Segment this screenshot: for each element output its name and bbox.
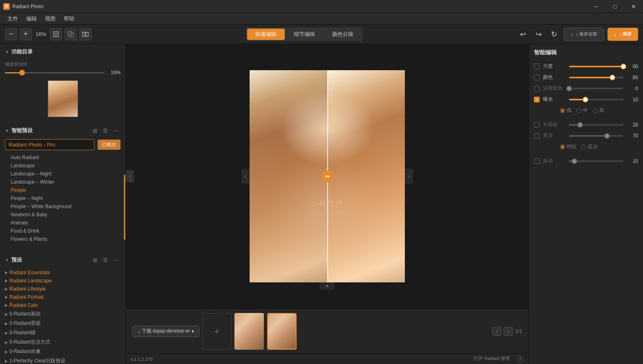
download-plugin-button[interactable]: ↓ 下载-topaz-denoise-er ▾ [132, 326, 199, 337]
radio-high[interactable]: 高 [593, 107, 604, 114]
zoom-in-button[interactable]: + [20, 28, 32, 40]
save-all-button[interactable]: ↓ ↓ 保存全部 [564, 28, 604, 41]
radio-contrast-dot [560, 144, 565, 149]
zoom-label: 缩放百分比 [5, 61, 121, 67]
compare-button[interactable] [79, 28, 92, 40]
preset-group-lifestyle[interactable]: ▶ Radiant Lifestyle [5, 285, 121, 293]
tab-quick-edit[interactable]: 快速编辑 [247, 29, 285, 40]
crop-button[interactable] [65, 28, 77, 40]
close-button[interactable]: ✕ [624, 0, 643, 13]
menu-file[interactable]: 文件 [3, 13, 22, 24]
preset-select[interactable]: Radiant Photo - Pro [5, 139, 94, 150]
refresh-button[interactable]: ↻ [548, 28, 560, 40]
add-photo-button[interactable]: + [203, 313, 231, 350]
film-next-button[interactable]: › [504, 327, 513, 336]
group-label: 1-Perfectly Clear旧版预设 [9, 357, 65, 364]
exposure-thumb[interactable] [583, 97, 588, 102]
preset-item-food[interactable]: Food & Drink [5, 227, 121, 235]
exposure-checkbox[interactable]: ✓ [534, 97, 540, 102]
preset-group-basic[interactable]: ▶ 0-Radiant基础 [5, 309, 121, 319]
skin-depth-thumb[interactable] [566, 86, 572, 91]
preset-group-clear[interactable]: ▶ 1-Perfectly Clear旧版预设 [5, 356, 121, 364]
view-fit-button[interactable] [50, 28, 62, 40]
vibration-checkbox[interactable] [534, 158, 540, 164]
save-all-label: ↓ 保存全部 [576, 31, 597, 37]
save-all-icon: ↓ [571, 31, 574, 37]
vibration-thumb[interactable] [572, 158, 577, 164]
preset-items-list: Auto Radiant Landscape Landscape – Night… [0, 152, 125, 245]
left-panel-toggle[interactable]: ‹ [241, 169, 250, 184]
glow-checkbox[interactable] [534, 122, 540, 128]
preset-item-newborn[interactable]: Newborn & Baby [5, 211, 121, 219]
film-item-2[interactable] [267, 313, 297, 350]
presets-more-icon[interactable]: ⋯ [112, 255, 121, 264]
exposure-value: 10 [627, 97, 638, 102]
depth-thumb[interactable] [604, 133, 610, 139]
minimize-button[interactable]: ─ [587, 0, 605, 13]
preset-item-landscape-night[interactable]: Landscape – Night [5, 170, 121, 178]
intensity-thumb[interactable] [621, 64, 626, 69]
checked-out-badge: 已检出 [98, 140, 121, 150]
preset-group-landscape2[interactable]: ▶ 0-Radiant景观 [5, 319, 121, 328]
preset-group-cat[interactable]: ▶ 0-Radiant猫 [5, 328, 121, 337]
radio-low[interactable]: 低 [560, 107, 572, 114]
preset-item-landscape[interactable]: Landscape [5, 162, 121, 170]
radiant-manage-link[interactable]: 打开 Radiant 管理 [474, 355, 510, 363]
undo-button[interactable]: ↩ [517, 28, 529, 40]
spacer-1 [534, 118, 638, 121]
zoom-slider[interactable] [5, 72, 104, 73]
color-track [569, 77, 623, 78]
preset-group-lifestyle2[interactable]: ▶ 0-Radiant生活方式 [5, 337, 121, 347]
view-list-icon[interactable]: ☰ [101, 126, 110, 135]
radio-mid[interactable]: 中 [576, 107, 588, 114]
zoom-out-button[interactable]: − [5, 28, 17, 40]
bottom-panel-toggle[interactable]: ▾ [320, 282, 335, 290]
redo-button[interactable]: ↪ [533, 28, 545, 40]
radio-define[interactable]: 定义 [581, 143, 598, 150]
presets-view-grid-icon[interactable]: ⊞ [90, 255, 99, 264]
intensity-checkbox[interactable] [534, 64, 540, 69]
vibration-track [569, 160, 623, 162]
help-button[interactable]: ? [516, 355, 524, 363]
preset-item-flowers[interactable]: Flowers & Plants [5, 235, 121, 243]
film-item-1[interactable] [234, 313, 264, 350]
tab-detail-edit[interactable]: 细节编辑 [286, 29, 323, 40]
preset-item-people-night[interactable]: People – Night [5, 194, 121, 202]
collapse-left-arrow[interactable]: ‹ [126, 170, 134, 182]
view-grid-icon[interactable]: ⊞ [90, 126, 99, 135]
group-label: Radiant Landscape [9, 278, 51, 284]
fit-view-icon [53, 31, 59, 38]
preset-item-people-white[interactable]: People – White Background [5, 202, 121, 211]
presets-view-list-icon[interactable]: ☰ [101, 255, 110, 264]
more-options-icon[interactable]: ⋯ [112, 126, 121, 135]
tab-color-grade[interactable]: 颜色分级 [324, 29, 362, 40]
menu-view[interactable]: 视图 [41, 13, 60, 24]
preset-item-auto[interactable]: Auto Radiant [5, 153, 121, 162]
preset-item-people[interactable]: People [5, 186, 121, 194]
menu-edit[interactable]: 编辑 [22, 13, 41, 24]
preset-group-essentials[interactable]: ▶ Radiant Essentials [5, 269, 121, 277]
center-area: ‹ ⇔ 小林软件 [126, 44, 529, 364]
toolbar-right: ↩ ↪ ↻ ↓ ↓ 保存全部 ↓ ↓ 保存 [517, 28, 638, 41]
depth-checkbox[interactable] [534, 133, 540, 139]
preset-item-animals[interactable]: Animals [5, 219, 121, 227]
slider-color: 颜色 80 [534, 74, 638, 81]
menu-help[interactable]: 帮助 [60, 13, 78, 24]
preset-group-cats[interactable]: ▶ Radiant Cats [5, 301, 121, 309]
preset-group-portrait[interactable]: ▶ Radiant Portrait [5, 293, 121, 301]
color-thumb[interactable] [610, 75, 615, 80]
radio-contrast[interactable]: 对比 [560, 143, 576, 150]
film-prev-button[interactable]: ‹ [492, 327, 501, 336]
preset-group-portrait2[interactable]: ▶ 0-Radiant肖像 [5, 347, 121, 356]
maximize-button[interactable]: □ [605, 0, 624, 13]
preset-group-landscape[interactable]: ▶ Radiant Landscape [5, 277, 121, 285]
tri-icon: ▶ [5, 340, 8, 344]
skin-depth-checkbox[interactable] [534, 86, 540, 91]
preset-item-landscape-winter[interactable]: Landscape – Winter [5, 178, 121, 186]
glow-thumb[interactable] [577, 122, 583, 128]
intensity-label: 力度 [543, 63, 566, 70]
compare-handle[interactable]: ⇔ [322, 171, 333, 182]
color-checkbox[interactable] [534, 75, 540, 80]
save-button[interactable]: ↓ ↓ 保存 [607, 28, 638, 41]
right-panel-toggle[interactable]: › [405, 169, 413, 184]
